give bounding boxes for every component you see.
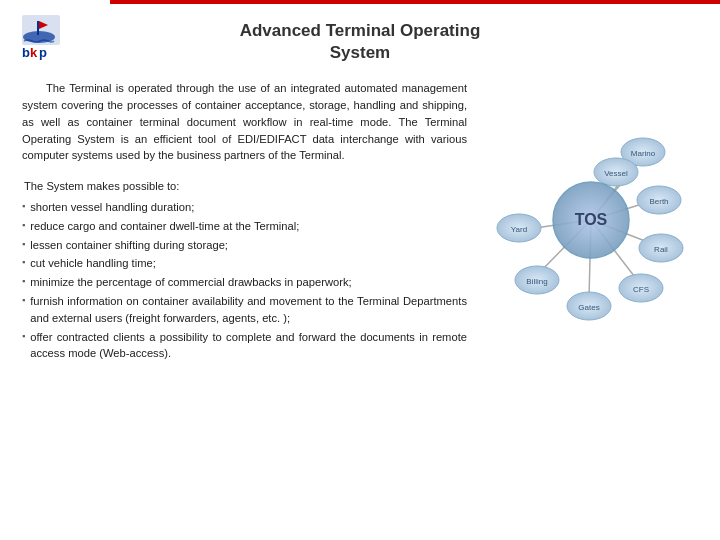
list-item: reduce cargo and container dwell-time at…: [22, 218, 467, 235]
svg-text:k: k: [30, 45, 38, 60]
svg-text:Marino: Marino: [630, 149, 655, 158]
svg-text:Berth: Berth: [649, 197, 668, 206]
svg-text:TOS: TOS: [574, 211, 607, 228]
tos-diagram: Marino Vessel Berth Rail CFS Gates Bil: [491, 110, 691, 330]
bkp-logo: b k p: [20, 13, 95, 61]
intro-paragraph: The Terminal is operated through the use…: [22, 80, 467, 164]
svg-text:Yard: Yard: [510, 225, 526, 234]
list-item: lessen container shifting during storage…: [22, 237, 467, 254]
logo-area: b k p: [20, 13, 130, 61]
svg-text:Billing: Billing: [526, 277, 547, 286]
svg-text:CFS: CFS: [633, 285, 649, 294]
title-line1: Advanced Terminal Operating: [240, 21, 481, 40]
system-intro: The System makes possible to:: [24, 178, 467, 195]
svg-text:p: p: [39, 45, 47, 60]
list-item: furnish information on container availab…: [22, 293, 467, 327]
svg-text:b: b: [22, 45, 30, 60]
list-item: cut vehicle handling time;: [22, 255, 467, 272]
svg-text:Gates: Gates: [578, 303, 599, 312]
main-content: The Terminal is operated through the use…: [0, 64, 720, 374]
header: b k p Advanced Terminal Operating System: [0, 0, 720, 64]
list-item: offer contracted clients a possibility t…: [22, 329, 467, 363]
text-section: The Terminal is operated through the use…: [22, 80, 467, 364]
svg-text:Rail: Rail: [654, 245, 668, 254]
list-item: shorten vessel handling duration;: [22, 199, 467, 216]
diagram-area: Marino Vessel Berth Rail CFS Gates Bil: [483, 80, 698, 364]
red-header-line: [110, 0, 720, 4]
page-title: Advanced Terminal Operating System: [130, 10, 590, 64]
svg-text:Vessel: Vessel: [604, 169, 628, 178]
feature-list: shorten vessel handling duration; reduce…: [22, 199, 467, 362]
list-item: minimize the percentage of commercial dr…: [22, 274, 467, 291]
title-line2: System: [330, 43, 390, 62]
svg-rect-3: [37, 21, 39, 35]
